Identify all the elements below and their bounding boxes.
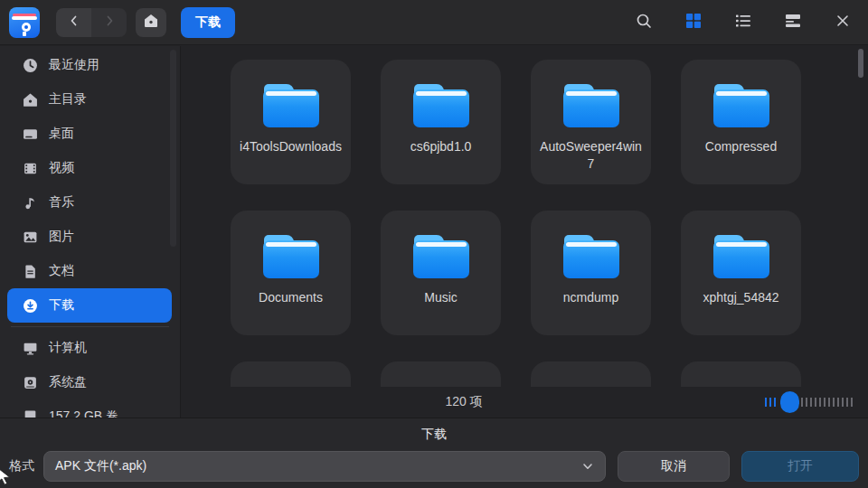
folder-card[interactable]: Music <box>381 211 501 335</box>
folder-name: AutoSweeper4win7 <box>531 138 651 173</box>
folder-name: Music <box>417 289 465 306</box>
detail-view-button[interactable] <box>775 5 811 41</box>
format-dropdown-value: APK 文件(*.apk) <box>55 458 146 474</box>
cancel-button[interactable]: 取消 <box>618 451 730 482</box>
slider-ticks-inactive <box>801 398 854 407</box>
folder-icon <box>713 235 769 278</box>
folder-icon <box>263 84 319 127</box>
folder-icon <box>263 235 319 278</box>
format-label: 格式 <box>9 458 34 474</box>
grid-view-button[interactable] <box>675 5 712 41</box>
image-icon <box>22 229 38 245</box>
desktop-icon <box>22 126 38 142</box>
sidebar-item-label: 音乐 <box>49 194 74 211</box>
folder-name: i4ToolsDownloads <box>232 138 349 155</box>
file-manager-app-icon <box>9 7 40 38</box>
dialog-footer: 下载 格式 APK 文件(*.apk) 取消 打开 <box>0 418 868 488</box>
folder-name: ncmdump <box>556 289 626 306</box>
sidebar-item-label: 系统盘 <box>49 374 87 390</box>
list-view-icon <box>734 12 752 33</box>
item-count: 120 项 <box>419 394 509 410</box>
home-icon <box>143 13 159 33</box>
folder-card[interactable]: xphtgj_54842 <box>681 211 801 335</box>
sidebar-scrollbar[interactable] <box>170 50 176 247</box>
folder-card[interactable]: i4ToolsDownloads <box>231 60 351 184</box>
folder-grid: i4ToolsDownloadscs6pjbd1.0AutoSweeper4wi… <box>182 46 868 387</box>
dialog-title: 下载 <box>0 418 868 443</box>
folder-card[interactable]: Compressed <box>681 60 801 184</box>
disk-icon <box>22 374 38 390</box>
sidebar-item-label: 文档 <box>49 263 74 279</box>
sidebar-item-label: 桌面 <box>49 126 74 142</box>
video-icon <box>22 160 38 176</box>
sidebar-item-label: 下载 <box>49 297 74 314</box>
main-scrollbar[interactable] <box>858 49 863 78</box>
window-body: 最近使用主目录桌面视频音乐图片文档下载计算机系统盘157.2 GB 卷 i4To… <box>0 46 868 418</box>
sidebar-item-home[interactable]: 主目录 <box>7 82 172 117</box>
folder-card-partial[interactable] <box>231 361 351 387</box>
folder-name: cs6pjbd1.0 <box>403 138 479 155</box>
sidebar-divider <box>11 326 169 327</box>
sidebar-item-label: 计算机 <box>49 340 87 356</box>
breadcrumb-downloads[interactable]: 下载 <box>181 7 235 38</box>
folder-card-partial[interactable] <box>381 361 501 387</box>
nav-group <box>56 8 127 37</box>
folder-icon <box>563 84 619 127</box>
forward-button[interactable] <box>91 8 127 37</box>
sidebar-item-image[interactable]: 图片 <box>7 220 172 254</box>
folder-icon <box>713 84 769 127</box>
folder-card[interactable]: AutoSweeper4win7 <box>531 60 651 184</box>
back-button[interactable] <box>56 8 91 37</box>
grid-view-icon <box>684 12 703 33</box>
sidebar-item-document[interactable]: 文档 <box>7 254 172 288</box>
slider-ticks-active <box>765 398 778 407</box>
back-icon <box>67 14 81 32</box>
folder-card[interactable]: cs6pjbd1.0 <box>381 60 501 184</box>
sidebar-item-label: 157.2 GB 卷 <box>49 408 118 418</box>
close-button[interactable] <box>825 5 861 41</box>
folder-icon <box>413 235 469 278</box>
download-icon <box>22 297 38 314</box>
folder-card[interactable]: Documents <box>231 211 351 335</box>
sidebar-item-music[interactable]: 音乐 <box>7 185 172 220</box>
sidebar-item-video[interactable]: 视频 <box>7 151 172 185</box>
folder-card[interactable]: ncmdump <box>531 211 651 335</box>
open-button[interactable]: 打开 <box>741 451 859 482</box>
sidebar-item-label: 视频 <box>49 160 74 176</box>
sidebar-item-computer[interactable]: 计算机 <box>7 331 172 365</box>
sidebar-item-label: 最近使用 <box>49 57 99 73</box>
chevron-down-icon <box>581 460 594 473</box>
music-icon <box>22 194 38 211</box>
forward-icon <box>102 14 117 32</box>
format-dropdown[interactable]: APK 文件(*.apk) <box>43 451 606 482</box>
sidebar-item-disk[interactable]: 系统盘 <box>7 365 172 399</box>
sidebar: 最近使用主目录桌面视频音乐图片文档下载计算机系统盘157.2 GB 卷 <box>0 46 181 418</box>
folder-icon <box>563 235 619 278</box>
computer-icon <box>22 340 38 356</box>
folder-name: xphtgj_54842 <box>695 289 786 306</box>
search-button[interactable] <box>626 5 662 41</box>
sidebar-item-label: 图片 <box>49 229 74 245</box>
status-bar: 120 项 <box>182 387 868 418</box>
folder-name: Compressed <box>698 138 784 155</box>
folder-name: Documents <box>251 289 330 306</box>
dialog-controls: 格式 APK 文件(*.apk) 取消 打开 <box>0 451 868 482</box>
folder-card-partial[interactable] <box>531 361 651 387</box>
titlebar: 下载 <box>0 0 868 45</box>
sidebar-item-desktop[interactable]: 桌面 <box>7 117 172 151</box>
sidebar-item-volume[interactable]: 157.2 GB 卷 <box>7 399 172 418</box>
slider-handle[interactable] <box>780 391 799 413</box>
folder-card-partial[interactable] <box>681 361 801 387</box>
list-view-button[interactable] <box>725 5 761 41</box>
detail-view-icon <box>784 12 802 33</box>
sidebar-item-label: 主目录 <box>49 91 87 108</box>
file-dialog-window: 下载 最近使用主目录桌面视频音乐 <box>0 0 868 488</box>
sidebar-item-download[interactable]: 下载 <box>7 288 172 323</box>
sidebar-item-clock[interactable]: 最近使用 <box>7 48 172 82</box>
icon-size-slider[interactable] <box>765 391 854 413</box>
volume-icon <box>22 408 38 418</box>
search-icon <box>635 12 653 33</box>
file-grid-area: i4ToolsDownloadscs6pjbd1.0AutoSweeper4wi… <box>182 46 868 418</box>
home-button[interactable] <box>136 8 166 37</box>
home-icon <box>22 91 38 108</box>
